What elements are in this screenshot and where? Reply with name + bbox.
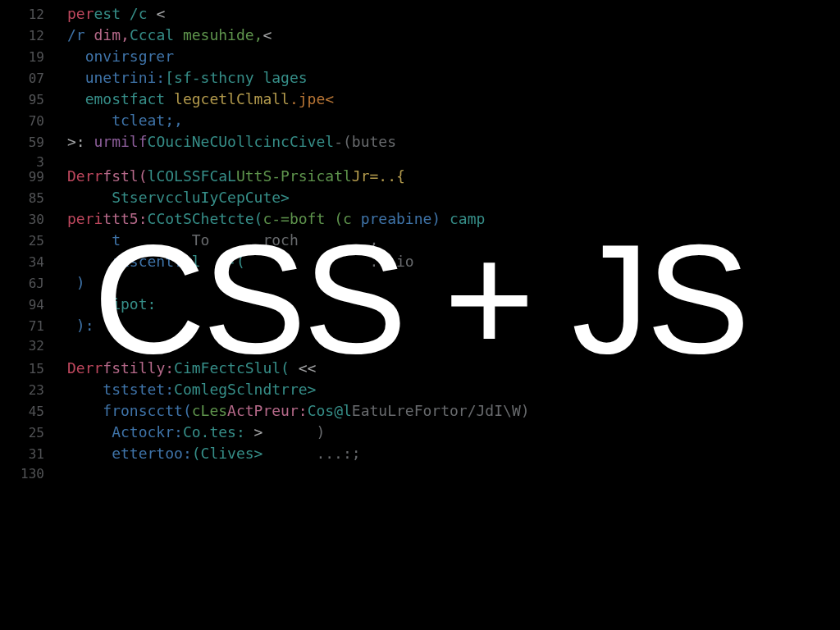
code-token: ) bbox=[67, 274, 85, 291]
code-token: onvirsgrer bbox=[67, 48, 174, 65]
code-token: t bbox=[67, 231, 192, 249]
code-token: [sf-sthcny lages bbox=[165, 69, 307, 86]
code-line: 45 fronscctt(cLesActPreur:Cos@lEatuLreFo… bbox=[15, 402, 840, 423]
code-token: Derr bbox=[67, 167, 103, 185]
code-line: 71 ): bbox=[15, 317, 840, 338]
line-number: 130 bbox=[15, 466, 44, 482]
code-content: ) bbox=[67, 274, 85, 291]
code-token: c-=boft (c bbox=[262, 210, 360, 227]
code-token: urmilf bbox=[94, 133, 148, 150]
code-token: /r bbox=[67, 26, 94, 43]
code-line: 15Derrfstilly:CimFectcSlul( << bbox=[15, 359, 840, 381]
code-token: unetrini: bbox=[67, 69, 165, 86]
code-content: >: urmilfCOuciNeCUollcincCivel-(butes bbox=[67, 133, 396, 150]
code-content: emostfact legcetlClmall.jpe< bbox=[67, 90, 334, 107]
code-content: Derrfstl(lCOLSSFCaLUttS-PrsicatlJr=..{ bbox=[67, 167, 405, 185]
code-token: CimFectcSlul( bbox=[174, 359, 299, 377]
code-line: 12perest /c < bbox=[15, 5, 840, 26]
code-line: 23 tststet:ComlegSclndtrre> bbox=[15, 381, 840, 402]
code-content: perittt5:CCotSChetcte(c-=boft (c preabin… bbox=[67, 210, 485, 227]
code-token: To roch , bbox=[192, 231, 379, 249]
code-line: 34 riscent: l -( ...io bbox=[15, 253, 840, 274]
code-token: > bbox=[254, 423, 272, 441]
code-line: 3 bbox=[15, 154, 840, 167]
code-line: 30perittt5:CCotSChetcte(c-=boft (c preab… bbox=[15, 210, 840, 231]
line-number: 94 bbox=[15, 297, 44, 313]
code-line: 99Derrfstl(lCOLSSFCaLUttS-PrsicatlJr=..{ bbox=[15, 167, 840, 189]
code-content: Derrfstilly:CimFectcSlul( << bbox=[67, 359, 316, 377]
code-content: "ipot: bbox=[67, 295, 156, 313]
code-token: -(butes bbox=[334, 133, 396, 150]
code-token: riscent: bbox=[67, 253, 192, 270]
line-number: 95 bbox=[15, 92, 44, 107]
line-number: 12 bbox=[15, 28, 44, 43]
code-token: dim, bbox=[94, 26, 130, 43]
line-number: 07 bbox=[15, 71, 44, 86]
code-line: 94 "ipot: bbox=[15, 295, 840, 317]
code-content: /r dim,Cccal mesuhide,< bbox=[67, 26, 272, 43]
line-number: 71 bbox=[15, 318, 44, 334]
code-content: tststet:ComlegSclndtrre> bbox=[67, 381, 316, 398]
code-token: "ipot: bbox=[67, 295, 156, 313]
code-line: 95 emostfact legcetlClmall.jpe< bbox=[15, 90, 840, 112]
code-content: tcleat;, bbox=[67, 112, 183, 129]
code-token: ActPreur: bbox=[227, 402, 308, 419]
line-number: 25 bbox=[15, 425, 44, 441]
code-token: ...io bbox=[245, 253, 414, 270]
code-token: ): bbox=[67, 317, 94, 334]
code-line: 70 tcleat;, bbox=[15, 112, 840, 133]
code-token: ...:; bbox=[262, 445, 360, 462]
code-token: (Clives> bbox=[192, 445, 263, 462]
code-line: 6J ) bbox=[15, 274, 840, 295]
line-number: 23 bbox=[15, 382, 44, 398]
code-token: << bbox=[299, 359, 317, 377]
code-token: ttt5: bbox=[103, 210, 147, 227]
code-token: .jpe< bbox=[290, 90, 334, 107]
code-token: l -( bbox=[192, 253, 245, 270]
code-token: < bbox=[262, 26, 272, 43]
code-token: tcleat;, bbox=[67, 112, 183, 129]
code-token: camp bbox=[450, 210, 485, 227]
code-content: fronscctt(cLesActPreur:Cos@lEatuLreForto… bbox=[67, 402, 530, 419]
line-number: 59 bbox=[15, 135, 44, 150]
code-token: < bbox=[156, 5, 165, 22]
line-number: 15 bbox=[15, 361, 44, 377]
code-token: UttS-Prsicatl bbox=[236, 167, 352, 185]
code-token: preabine) bbox=[361, 210, 450, 227]
code-line: 59>: urmilfCOuciNeCUollcincCivel-(butes bbox=[15, 133, 840, 154]
code-line: 19 onvirsgrer bbox=[15, 48, 840, 69]
code-token: StservccluIyCepCute> bbox=[67, 189, 290, 206]
code-line: 12/r dim,Cccal mesuhide,< bbox=[15, 26, 840, 48]
code-token: EatuLreFortor/JdI\W) bbox=[352, 402, 530, 419]
code-line: 25 t To roch , bbox=[15, 231, 840, 253]
line-number: 70 bbox=[15, 113, 44, 129]
code-token: est /c bbox=[94, 5, 157, 22]
code-token: tststet: bbox=[67, 381, 174, 398]
line-number: 34 bbox=[15, 254, 44, 270]
code-line: 32 bbox=[15, 338, 840, 359]
code-token: mesuhide, bbox=[183, 26, 263, 43]
line-number: 45 bbox=[15, 404, 44, 419]
code-line: 130 bbox=[15, 466, 840, 487]
code-token: fronscctt( bbox=[67, 402, 192, 419]
code-content: Actockr:Co.tes: > ) bbox=[67, 423, 325, 441]
code-editor: 12perest /c <12/r dim,Cccal mesuhide,<19… bbox=[0, 5, 840, 487]
code-token: ettertoo: bbox=[67, 445, 192, 462]
code-token: lCOLSSFCaL bbox=[148, 167, 236, 185]
code-line: 25 Actockr:Co.tes: > ) bbox=[15, 423, 840, 445]
code-token: CCotSChetcte( bbox=[148, 210, 263, 227]
code-token: Derr bbox=[67, 359, 103, 377]
code-token: legcetlClmall bbox=[174, 90, 290, 107]
code-token: Co.tes: bbox=[183, 423, 254, 441]
code-token: cLes bbox=[192, 402, 227, 419]
line-number: 31 bbox=[15, 446, 44, 462]
code-token: emostfact bbox=[67, 90, 174, 107]
code-token: Jr=..{ bbox=[352, 167, 405, 185]
code-content: perest /c < bbox=[67, 5, 165, 22]
code-token: fstl( bbox=[103, 167, 147, 185]
code-content: ): bbox=[67, 317, 94, 334]
code-token: Actockr: bbox=[67, 423, 183, 441]
code-token: peri bbox=[67, 210, 103, 227]
line-number: 30 bbox=[15, 212, 44, 227]
code-content: riscent: l -( ...io bbox=[67, 253, 414, 270]
